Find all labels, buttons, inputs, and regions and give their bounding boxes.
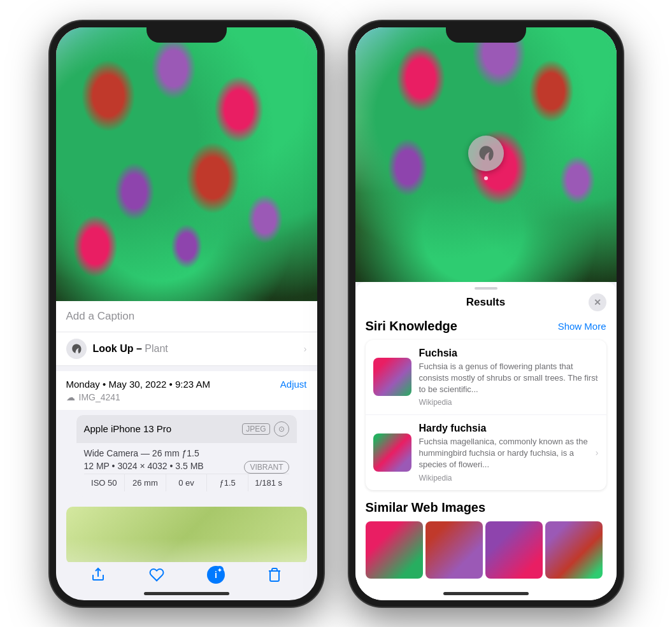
knowledge-item-fuchsia[interactable]: Fuchsia Fuchsia is a genus of flowering … [366,340,606,416]
phone-notch-right [446,21,526,43]
lookup-row[interactable]: Look Up – Plant › [56,332,317,366]
similar-images-row[interactable] [366,521,606,579]
camera-settings-icon[interactable]: ⊙ [274,421,289,437]
filename: IMG_4241 [79,392,120,402]
exif-focal: 26 mm [125,474,166,491]
camera-section: Apple iPhone 13 Pro JPEG ⊙ Wide Camera —… [76,415,297,497]
show-more-button[interactable]: Show More [558,321,606,332]
exif-aperture: ƒ1.5 [207,474,248,491]
camera-spec-line2: 12 MP • 3024 × 4032 • 3.5 MB VIBRANT [84,461,289,471]
flower-photo-left [56,27,317,301]
similar-images-header: Similar Web Images [366,500,606,515]
right-phone-screen: Results ✕ Siri Knowledge Show More [355,27,617,600]
siri-knowledge-header: Siri Knowledge Show More [366,319,606,334]
camera-spec-line1: Wide Camera — 26 mm ƒ1.5 [84,448,289,458]
visual-search-dot [484,176,488,180]
left-phone-screen: Add a Caption Look Up – Plant › Monday •… [56,27,317,600]
vibrant-badge: VIBRANT [244,461,289,474]
metadata-section: Monday • May 30, 2022 • 9:23 AM Adjust I… [56,371,317,410]
left-phone: Add a Caption Look Up – Plant › Monday •… [50,21,324,607]
delete-button[interactable] [262,562,287,588]
similar-image-3[interactable] [485,521,543,579]
photo-area-right[interactable] [355,27,617,282]
hardy-info: Hardy fuchsia Fuchsia magellanica, commo… [419,423,599,483]
trash-icon [267,567,282,582]
svg-text:✦: ✦ [217,567,222,574]
caption-placeholder[interactable]: Add a Caption [66,310,135,322]
close-button[interactable]: ✕ [589,293,606,311]
fuchsia-description: Fuchsia is a genus of flowering plants t… [419,361,599,396]
bottom-toolbar: i ✦ [56,562,317,588]
results-title: Results [466,296,505,309]
photo-date: Monday • May 30, 2022 • 9:23 AM [66,379,210,390]
results-panel: Results ✕ Siri Knowledge Show More [355,282,617,600]
fuchsia-thumbnail [373,358,411,396]
fuchsia-chevron-icon: › [596,372,599,382]
fuchsia-info: Fuchsia Fuchsia is a genus of flowering … [419,348,599,407]
adjust-button[interactable]: Adjust [280,379,307,390]
map-area[interactable] [66,507,307,564]
exif-row: ISO 50 26 mm 0 ev ƒ1.5 1/181 s [84,474,289,491]
similar-image-1[interactable] [366,521,423,579]
meta-date-row: Monday • May 30, 2022 • 9:23 AM Adjust [66,379,307,390]
visual-intelligence-icon [477,144,495,162]
hardy-thumbnail [373,433,411,472]
camera-row: Apple iPhone 13 Pro JPEG ⊙ [76,415,297,443]
similar-image-4[interactable] [545,521,603,579]
knowledge-card: Fuchsia Fuchsia is a genus of flowering … [366,340,606,490]
exif-iso: ISO 50 [84,474,125,491]
hardy-description: Fuchsia magellanica, commonly known as t… [419,436,599,471]
photo-area-left[interactable] [56,27,317,301]
cloud-icon [66,392,75,402]
home-indicator-right [443,592,529,595]
camera-section-wrapper: Apple iPhone 13 Pro JPEG ⊙ Wide Camera —… [56,410,317,502]
camera-name: Apple iPhone 13 Pro [84,423,172,434]
lookup-text: Look Up – Plant [93,343,168,355]
fuchsia-name: Fuchsia [419,348,599,359]
lookup-chevron-icon: › [304,344,307,354]
fuchsia-source: Wikipedia [419,398,599,407]
exif-ev: 0 ev [166,474,208,491]
hardy-chevron-icon: › [596,447,599,458]
format-badge: JPEG [242,423,269,435]
info-badge-icon: i ✦ [206,565,226,585]
caption-area[interactable]: Add a Caption [56,301,317,332]
heart-icon [149,567,164,582]
exif-shutter: 1/181 s [248,474,289,491]
info-button[interactable]: i ✦ [203,562,229,588]
hardy-name: Hardy fuchsia [419,423,599,434]
lookup-icon [66,339,87,359]
leaf-icon [71,343,82,355]
share-icon [90,567,106,582]
similar-image-2[interactable] [425,521,483,579]
camera-details: Wide Camera — 26 mm ƒ1.5 12 MP • 3024 × … [76,443,297,497]
results-header: Results ✕ [355,290,617,314]
results-content[interactable]: Siri Knowledge Show More Fuchsia Fuchsia… [355,314,617,600]
visual-search-button[interactable] [468,136,504,171]
share-button[interactable] [85,562,111,588]
hardy-source: Wikipedia [419,474,599,483]
favorite-button[interactable] [144,562,169,588]
knowledge-item-hardy[interactable]: Hardy fuchsia Fuchsia magellanica, commo… [366,415,606,490]
right-phone: Results ✕ Siri Knowledge Show More [349,21,623,607]
filename-row: IMG_4241 [66,392,307,402]
home-indicator-left [144,592,229,595]
phone-notch [147,21,227,43]
camera-badges: JPEG ⊙ [242,421,289,437]
siri-knowledge-title: Siri Knowledge [366,319,457,334]
